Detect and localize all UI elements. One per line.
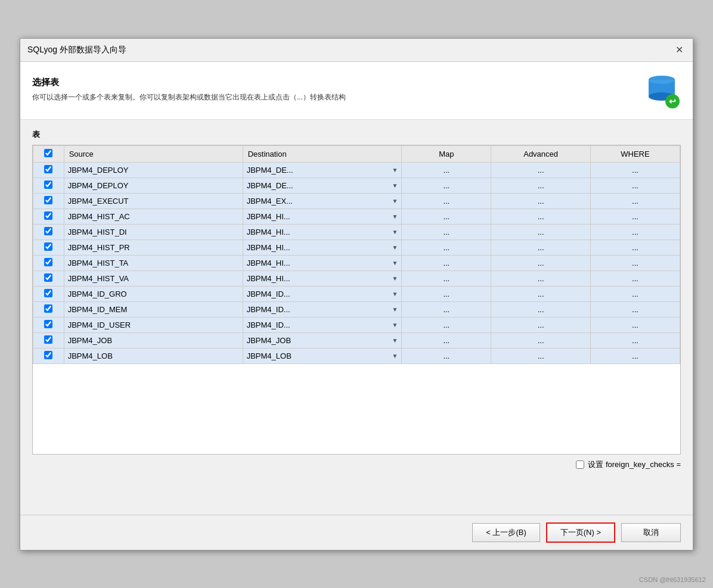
watermark: CSDN @lht631935612 — [639, 576, 706, 583]
source-cell: JBPM4_LOB — [64, 348, 243, 363]
row-checkbox-cell[interactable] — [33, 332, 64, 348]
source-cell: JBPM4_HIST_VA — [64, 270, 243, 286]
dest-dropdown-icon: ▼ — [392, 337, 398, 344]
close-button[interactable]: ✕ — [672, 43, 686, 57]
row-checkbox-cell[interactable] — [33, 317, 64, 332]
row-checkbox[interactable] — [44, 211, 52, 220]
cancel-button[interactable]: 取消 — [621, 523, 681, 542]
advanced-cell[interactable]: ... — [491, 286, 591, 301]
row-checkbox-cell[interactable] — [33, 270, 64, 286]
row-checkbox-cell[interactable] — [33, 239, 64, 255]
dest-cell[interactable]: JBPM4_LOB▼ — [243, 348, 402, 363]
row-checkbox-cell[interactable] — [33, 193, 64, 209]
where-cell[interactable]: ... — [590, 317, 680, 332]
map-cell[interactable]: ... — [402, 286, 491, 301]
advanced-cell[interactable]: ... — [491, 332, 591, 348]
map-cell[interactable]: ... — [402, 332, 491, 348]
advanced-cell[interactable]: ... — [491, 239, 591, 255]
button-row: < 上一步(B) 下一页(N) > 取消 — [20, 515, 693, 550]
row-checkbox-cell[interactable] — [33, 301, 64, 317]
dest-cell[interactable]: JBPM4_DE...▼ — [243, 178, 402, 193]
row-checkbox[interactable] — [44, 165, 52, 173]
row-checkbox-cell[interactable] — [33, 255, 64, 270]
where-cell[interactable]: ... — [590, 178, 680, 193]
row-checkbox-cell[interactable] — [33, 209, 64, 224]
advanced-cell[interactable]: ... — [491, 270, 591, 286]
row-checkbox-cell[interactable] — [33, 286, 64, 301]
dest-cell[interactable]: JBPM4_ID...▼ — [243, 286, 402, 301]
where-cell[interactable]: ... — [590, 270, 680, 286]
where-cell[interactable]: ... — [590, 332, 680, 348]
map-cell[interactable]: ... — [402, 239, 491, 255]
row-checkbox[interactable] — [44, 335, 52, 344]
where-cell[interactable]: ... — [590, 209, 680, 224]
map-cell[interactable]: ... — [402, 255, 491, 270]
source-cell: JBPM4_HIST_TA — [64, 255, 243, 270]
where-cell[interactable]: ... — [590, 162, 680, 178]
advanced-cell[interactable]: ... — [491, 317, 591, 332]
dest-cell[interactable]: JBPM4_HI...▼ — [243, 224, 402, 239]
map-cell[interactable]: ... — [402, 209, 491, 224]
map-cell[interactable]: ... — [402, 178, 491, 193]
dest-cell[interactable]: JBPM4_JOB▼ — [243, 332, 402, 348]
map-cell[interactable]: ... — [402, 224, 491, 239]
dest-cell[interactable]: JBPM4_HI...▼ — [243, 255, 402, 270]
row-checkbox[interactable] — [44, 273, 52, 282]
back-button[interactable]: < 上一步(B) — [472, 523, 540, 542]
dest-cell[interactable]: JBPM4_DE...▼ — [243, 162, 402, 178]
row-checkbox-cell[interactable] — [33, 224, 64, 239]
table-section-label: 表 — [32, 129, 681, 140]
dest-cell[interactable]: JBPM4_HI...▼ — [243, 270, 402, 286]
map-cell[interactable]: ... — [402, 270, 491, 286]
row-checkbox[interactable] — [44, 320, 52, 328]
header-text: 选择表 你可以选择一个或多个表来复制。你可以复制表架构或数据当它出现在表上或点击… — [32, 77, 636, 103]
where-cell[interactable]: ... — [590, 301, 680, 317]
source-cell: JBPM4_HIST_AC — [64, 209, 243, 224]
map-cell[interactable]: ... — [402, 193, 491, 209]
select-all-checkbox[interactable] — [44, 149, 52, 157]
advanced-cell[interactable]: ... — [491, 178, 591, 193]
foreign-key-checkbox[interactable] — [576, 461, 584, 469]
dest-dropdown-icon: ▼ — [392, 229, 398, 235]
advanced-cell[interactable]: ... — [491, 224, 591, 239]
row-checkbox[interactable] — [44, 289, 52, 297]
table-row: JBPM4_DEPLOYJBPM4_DE...▼......... — [33, 178, 680, 193]
row-checkbox[interactable] — [44, 196, 52, 204]
advanced-cell[interactable]: ... — [491, 255, 591, 270]
dest-cell[interactable]: JBPM4_HI...▼ — [243, 209, 402, 224]
where-cell[interactable]: ... — [590, 286, 680, 301]
table-row: JBPM4_ID_GROJBPM4_ID...▼......... — [33, 286, 680, 301]
dest-dropdown-icon: ▼ — [392, 353, 398, 359]
where-cell[interactable]: ... — [590, 224, 680, 239]
title-bar: SQLyog 外部数据导入向导 ✕ — [20, 39, 693, 62]
table-wrapper[interactable]: Source Destination Map Advanced WHERE JB… — [32, 145, 681, 455]
advanced-cell[interactable]: ... — [491, 209, 591, 224]
row-checkbox[interactable] — [44, 304, 52, 313]
row-checkbox[interactable] — [44, 181, 52, 189]
row-checkbox[interactable] — [44, 351, 52, 359]
row-checkbox-cell[interactable] — [33, 348, 64, 363]
dest-cell[interactable]: JBPM4_EX...▼ — [243, 193, 402, 209]
map-cell[interactable]: ... — [402, 317, 491, 332]
next-button[interactable]: 下一页(N) > — [546, 522, 615, 543]
advanced-cell[interactable]: ... — [491, 193, 591, 209]
row-checkbox[interactable] — [44, 242, 52, 251]
where-cell[interactable]: ... — [590, 255, 680, 270]
map-cell[interactable]: ... — [402, 301, 491, 317]
row-checkbox[interactable] — [44, 258, 52, 266]
dest-cell[interactable]: JBPM4_ID...▼ — [243, 301, 402, 317]
dest-dropdown-icon: ▼ — [392, 260, 398, 266]
where-cell[interactable]: ... — [590, 348, 680, 363]
map-cell[interactable]: ... — [402, 348, 491, 363]
where-cell[interactable]: ... — [590, 239, 680, 255]
advanced-cell[interactable]: ... — [491, 162, 591, 178]
advanced-cell[interactable]: ... — [491, 348, 591, 363]
advanced-cell[interactable]: ... — [491, 301, 591, 317]
where-cell[interactable]: ... — [590, 193, 680, 209]
row-checkbox-cell[interactable] — [33, 162, 64, 178]
dest-cell[interactable]: JBPM4_ID...▼ — [243, 317, 402, 332]
map-cell[interactable]: ... — [402, 162, 491, 178]
row-checkbox[interactable] — [44, 227, 52, 235]
dest-cell[interactable]: JBPM4_HI...▼ — [243, 239, 402, 255]
row-checkbox-cell[interactable] — [33, 178, 64, 193]
